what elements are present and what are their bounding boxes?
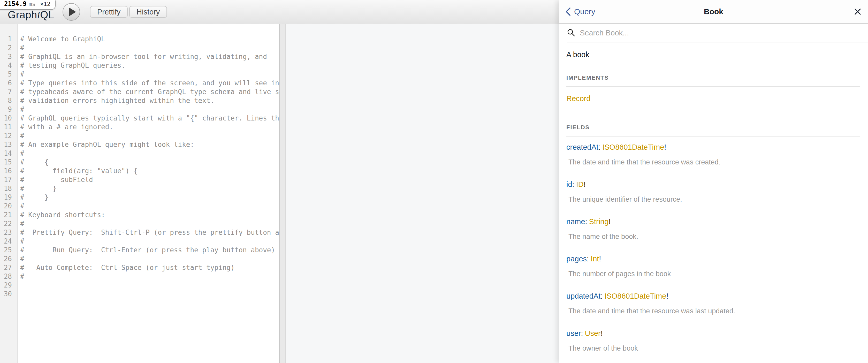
code-text: # — [20, 272, 24, 281]
doc-search-input[interactable] — [580, 29, 812, 37]
code-text: # } — [20, 193, 49, 202]
code-line: 13 # An example GraphQL query might look… — [0, 140, 279, 149]
field-type-link[interactable]: User — [585, 329, 600, 337]
doc-type-title: Book — [559, 0, 868, 23]
code-text: # subField — [20, 175, 93, 184]
field-name: id — [566, 180, 572, 188]
code-line: 25 # Run Query: Ctrl-Enter (or press the… — [0, 246, 279, 254]
field-name: pages — [566, 255, 587, 263]
code-text: # testing GraphQL queries. — [20, 61, 125, 70]
line-number: 21 — [0, 210, 12, 219]
field-description: The date and time that the resource was … — [566, 158, 860, 167]
field-colon: : — [598, 143, 600, 151]
code-line: 3 # GraphiQL is an in-browser tool for w… — [0, 52, 279, 61]
duration-unit: ms — [29, 1, 36, 7]
code-text: # with a # are ignored. — [20, 123, 113, 131]
code-line: 18 # } — [0, 184, 279, 193]
code-text: # — [20, 254, 24, 263]
line-number: 20 — [0, 202, 12, 210]
code-line: 21 # Keyboard shortcuts: — [0, 210, 279, 219]
editor-result-resizer[interactable] — [279, 24, 286, 363]
field-colon: : — [581, 329, 583, 337]
field-description: The name of the book. — [566, 232, 860, 241]
field-description: The date and time that the resource was … — [566, 307, 860, 315]
code-line: 29 — [0, 281, 279, 290]
line-number: 28 — [0, 272, 12, 281]
field-name: createdAt — [566, 143, 598, 151]
code-line: 10 # GraphQL queries typically start wit… — [0, 114, 279, 123]
code-text: # Type queries into this side of the scr… — [20, 79, 279, 87]
code-text: # — [20, 105, 24, 114]
line-number: 1 — [0, 35, 12, 43]
close-icon — [854, 8, 861, 15]
line-number: 5 — [0, 70, 12, 79]
code-line: 30 — [0, 290, 279, 298]
line-number: 13 — [0, 140, 12, 149]
code-text: # — [20, 202, 24, 210]
code-text: # } — [20, 184, 57, 193]
code-text: # — [20, 149, 24, 158]
field-type-link[interactable]: String — [589, 217, 609, 226]
line-number: 15 — [0, 158, 12, 167]
field-entry: createdAt:ISO8601DateTime! The date and … — [566, 143, 860, 167]
query-editor[interactable]: 1 # Welcome to GraphiQL 2 # 3 # GraphiQL… — [0, 24, 279, 363]
field-entry: updatedAt:ISO8601DateTime! The date and … — [566, 292, 860, 315]
line-number: 23 — [0, 228, 12, 237]
code-text: # — [20, 219, 24, 228]
code-line: 11 # with a # are ignored. — [0, 123, 279, 131]
line-number: 10 — [0, 114, 12, 123]
field-signature: pages:Int! — [566, 254, 860, 263]
line-number: 29 — [0, 281, 12, 290]
line-number: 14 — [0, 149, 12, 158]
code-text: # — [20, 131, 24, 140]
code-line: 24 # — [0, 237, 279, 246]
code-line: 4 # testing GraphQL queries. — [0, 61, 279, 70]
line-number: 27 — [0, 263, 12, 272]
line-number: 4 — [0, 61, 12, 70]
field-description: The owner of the book — [566, 344, 860, 353]
doc-explorer-header: Query Book — [559, 0, 868, 24]
code-line: 12 # — [0, 131, 279, 140]
field-signature: name:String! — [566, 217, 860, 226]
field-signature: updatedAt:ISO8601DateTime! — [566, 292, 860, 300]
field-description: The number of pages in the book — [566, 269, 860, 278]
type-description: A book — [566, 50, 860, 59]
prettify-button[interactable]: Prettify — [90, 6, 128, 18]
execute-query-button[interactable] — [63, 3, 80, 21]
code-line: 6 # Type queries into this side of the s… — [0, 79, 279, 87]
field-name: updatedAt — [566, 292, 600, 300]
code-line: 16 # field(arg: "value") { — [0, 167, 279, 175]
line-number: 7 — [0, 87, 12, 96]
field-colon: : — [572, 180, 575, 188]
field-name: user — [566, 329, 581, 337]
non-null-mark: ! — [664, 143, 666, 151]
line-number: 8 — [0, 96, 12, 105]
line-number: 12 — [0, 131, 12, 140]
code-line: 1 # Welcome to GraphiQL — [0, 35, 279, 43]
line-number: 17 — [0, 175, 12, 184]
line-number: 22 — [0, 219, 12, 228]
history-button[interactable]: History — [129, 6, 167, 18]
field-entry: name:String! The name of the book. — [566, 217, 860, 241]
implemented-type-link[interactable]: Record — [566, 94, 591, 103]
code-text: # { — [20, 158, 49, 167]
field-type-link[interactable]: Int — [591, 255, 599, 263]
code-text: # typeaheads aware of the current GraphQ… — [20, 87, 279, 96]
code-line: 28 # — [0, 272, 279, 281]
non-null-mark: ! — [584, 180, 586, 188]
code-line: 14 # — [0, 149, 279, 158]
line-number: 30 — [0, 290, 12, 298]
code-text: # Welcome to GraphiQL — [20, 35, 105, 43]
field-type-link[interactable]: ISO8601DateTime — [602, 143, 664, 151]
field-type-link[interactable]: ID — [576, 180, 584, 188]
line-number: 11 — [0, 123, 12, 131]
code-line: 26 # — [0, 254, 279, 263]
non-null-mark: ! — [601, 329, 603, 337]
code-text: # — [20, 43, 24, 52]
code-line: 9 # — [0, 105, 279, 114]
doc-close-button[interactable] — [854, 8, 861, 15]
fields-list: createdAt:ISO8601DateTime! The date and … — [566, 143, 860, 353]
field-type-link[interactable]: ISO8601DateTime — [604, 292, 666, 300]
code-text: # An example GraphQL query might look li… — [20, 140, 194, 149]
line-number: 9 — [0, 105, 12, 114]
